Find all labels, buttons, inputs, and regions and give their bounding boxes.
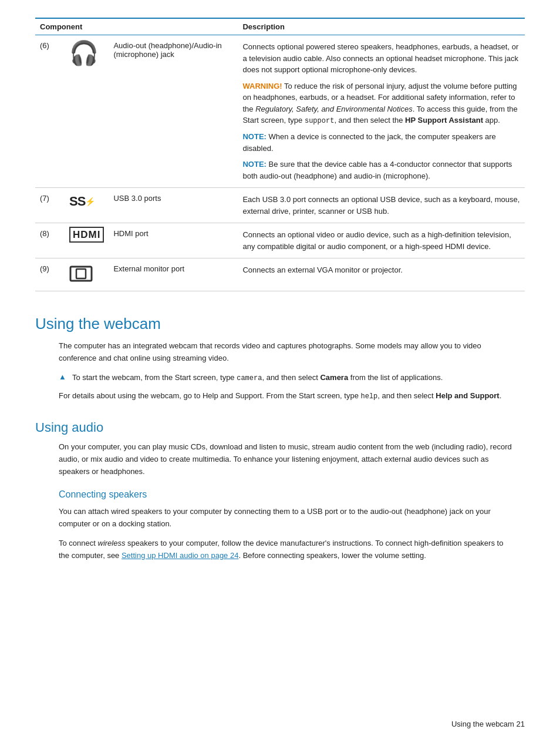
audio-title: Using audio — [35, 420, 525, 435]
desc-9-0: Connects an external VGA monitor or proj… — [242, 264, 520, 276]
note-label-2: NOTE: — [242, 160, 266, 169]
table-row: (8) HDMI HDMI port Connects an optional … — [35, 223, 525, 258]
webcam-bullet-code: camera — [237, 374, 262, 382]
webcam-bullet-post: , and then select — [262, 373, 320, 382]
row-num-6: (6) — [35, 35, 65, 188]
webcam-footer-end: . — [500, 391, 502, 400]
webcam-footer-pre: For details about using the webcam, go t… — [59, 391, 361, 400]
description-7: Each USB 3.0 port connects an optional U… — [238, 188, 525, 223]
desc-6-warning: WARNING! To reduce the risk of personal … — [242, 80, 520, 127]
webcam-bullet-end: from the list of applications. — [348, 373, 443, 382]
webcam-footer-mid: , and then select — [377, 391, 436, 400]
webcam-section: Using the webcam The computer has an int… — [35, 315, 525, 402]
description-8: Connects an optional video or audio devi… — [238, 223, 525, 258]
webcam-bullet: ▲ To start the webcam, from the Start sc… — [35, 372, 525, 384]
warning-text-3: , and then select the — [334, 116, 405, 125]
monitor-port-icon — [65, 258, 109, 291]
desc-6-0: Connects optional powered stereo speaker… — [242, 41, 520, 76]
component-name-8: HDMI port — [109, 223, 238, 258]
description-9: Connects an external VGA monitor or proj… — [238, 258, 525, 291]
speakers-section: Connecting speakers You can attach wired… — [35, 489, 525, 562]
table-header-description: Description — [238, 18, 525, 35]
warning-label: WARNING! — [242, 82, 282, 90]
webcam-bullet-bold: Camera — [320, 373, 348, 382]
headphone-icon: 🎧 — [65, 35, 109, 188]
speakers-body2-end: . Before connecting speakers, lower the … — [238, 551, 426, 560]
row-num-9: (9) — [35, 258, 65, 291]
footer-text: Using the webcam 21 — [451, 720, 525, 728]
description-6: Connects optional powered stereo speaker… — [238, 35, 525, 188]
table-header-component-name — [109, 18, 238, 35]
table-row: (7) SS⚡ USB 3.0 ports Each USB 3.0 port … — [35, 188, 525, 223]
row-num-7: (7) — [35, 188, 65, 223]
webcam-footer-code: help — [361, 392, 378, 401]
triangle-icon: ▲ — [59, 372, 66, 381]
speakers-body2-pre: To connect — [59, 539, 98, 547]
component-name-7: USB 3.0 ports — [109, 188, 238, 223]
webcam-bullet-pre: To start the webcam, from the Start scre… — [72, 373, 237, 382]
speakers-body2-italic: wireless — [98, 539, 126, 547]
hdmi-icon: HDMI — [65, 223, 109, 258]
warning-italic: Regulatory, Safety, and Environmental No… — [255, 105, 413, 113]
warning-bold: HP Support Assistant — [405, 116, 483, 125]
warning-code: support — [305, 117, 334, 125]
speakers-body2: To connect wireless speakers to your com… — [35, 537, 525, 562]
webcam-bullet-text: To start the webcam, from the Start scre… — [72, 372, 443, 384]
speakers-body1: You can attach wired speakers to your co… — [35, 506, 525, 530]
webcam-body: The computer has an integrated webcam th… — [35, 340, 525, 365]
speakers-title: Connecting speakers — [35, 489, 525, 500]
webcam-footer: For details about using the webcam, go t… — [35, 390, 525, 402]
desc-6-note1: NOTE: When a device is connected to the … — [242, 131, 520, 154]
audio-body: On your computer, you can play music CDs… — [35, 441, 525, 478]
note-text-2: Be sure that the device cable has a 4-co… — [242, 160, 512, 180]
table-header-component: Component — [35, 18, 109, 35]
speakers-hdmi-link[interactable]: Setting up HDMI audio on page 24 — [122, 551, 238, 560]
svg-rect-1 — [76, 269, 86, 278]
webcam-title: Using the webcam — [35, 315, 525, 333]
webcam-footer-bold: Help and Support — [436, 391, 499, 400]
component-table: Component Description (6) 🎧 Audio-out (h… — [35, 18, 525, 291]
desc-8-0: Connects an optional video or audio devi… — [242, 229, 520, 252]
row-num-8: (8) — [35, 223, 65, 258]
desc-7-0: Each USB 3.0 port connects an optional U… — [242, 194, 520, 217]
audio-section: Using audio On your computer, you can pl… — [35, 420, 525, 562]
page-footer: Using the webcam 21 — [451, 720, 525, 728]
warning-text-4: app. — [483, 116, 500, 125]
component-name-6: Audio-out (headphone)/Audio-in (micropho… — [109, 35, 238, 188]
table-row: (9) External monitor port Connects an ex… — [35, 258, 525, 291]
component-name-9: External monitor port — [109, 258, 238, 291]
note-label-1: NOTE: — [242, 132, 266, 141]
note-text-1: When a device is connected to the jack, … — [242, 132, 495, 153]
table-row: (6) 🎧 Audio-out (headphone)/Audio-in (mi… — [35, 35, 525, 188]
desc-6-note2: NOTE: Be sure that the device cable has … — [242, 159, 520, 182]
usb-icon: SS⚡ — [65, 188, 109, 223]
